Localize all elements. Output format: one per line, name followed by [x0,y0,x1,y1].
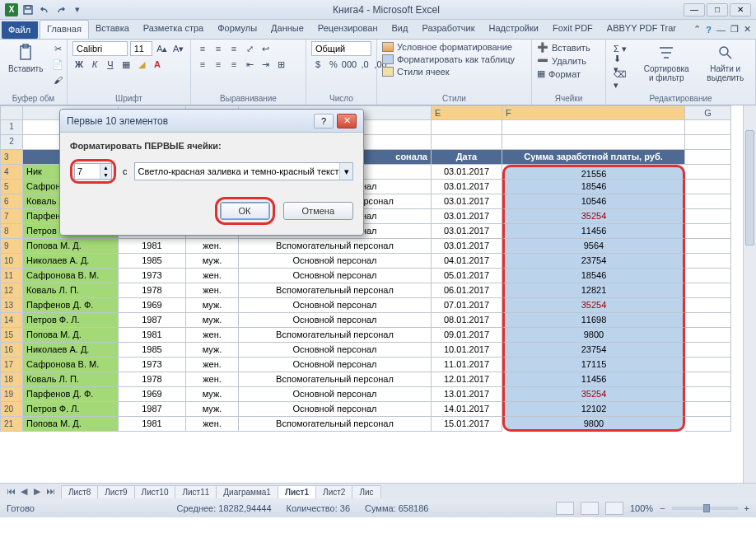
cell[interactable]: жен. [186,269,239,283]
cell[interactable] [685,402,731,417]
cell[interactable]: жен. [186,358,239,372]
sheet-prev-icon[interactable]: ◀ [18,486,30,497]
cell[interactable] [685,269,731,283]
cell[interactable]: 1985 [119,254,186,269]
cell[interactable]: 18546 [502,269,685,283]
excel-icon[interactable]: X [5,3,18,16]
cell[interactable]: 23754 [502,254,685,269]
cell[interactable]: 13.01.2017 [432,387,502,402]
cell[interactable]: 1973 [119,358,186,372]
sort-filter-button[interactable]: Сортировка и фильтр [637,41,695,87]
cell[interactable] [502,135,685,150]
zoom-slider[interactable] [672,507,738,510]
cell[interactable] [685,194,731,209]
cell[interactable]: муж. [186,402,239,417]
redo-icon[interactable] [54,3,68,16]
cell[interactable]: жен. [186,239,239,254]
cell[interactable]: 1969 [119,387,186,402]
align-top-icon[interactable]: ≡ [196,41,209,56]
row-header[interactable]: 13 [0,298,23,313]
col-header-e[interactable]: E [432,105,502,120]
cell[interactable]: 03.01.2017 [432,239,502,254]
qat-more-icon[interactable]: ▾ [71,3,84,16]
cell[interactable]: Основной персонал [239,358,432,372]
cell[interactable] [685,209,731,224]
cell[interactable]: 1978 [119,283,186,298]
conditional-format-button[interactable]: Условное форматирование [382,41,526,53]
dialog-close-icon[interactable]: ✕ [337,114,357,129]
percent-icon[interactable]: % [327,57,340,72]
cell[interactable]: 06.01.2017 [432,283,502,298]
cell[interactable]: 1981 [119,328,186,343]
sheet-tab[interactable]: Лист2 [315,485,352,498]
format-as-table-button[interactable]: Форматировать как таблицу [382,54,526,65]
row-header[interactable]: 21 [0,417,23,432]
cell[interactable] [685,387,731,402]
tab-abbyy[interactable]: ABBYY PDF Trar [600,20,684,39]
cell[interactable] [685,313,731,328]
cell[interactable]: Попова М. Д. [23,239,119,254]
sheet-next-icon[interactable]: ▶ [31,486,43,497]
cell[interactable] [685,165,731,180]
cell[interactable]: 1987 [119,313,186,328]
undo-icon[interactable] [38,3,51,16]
cell[interactable] [685,358,731,372]
cell[interactable]: Сафронова В. М. [23,269,119,283]
cell[interactable]: Вспомогательный персонал [239,283,432,298]
tab-foxit[interactable]: Foxit PDF [546,20,600,39]
cell[interactable]: 14.01.2017 [432,402,502,417]
row-header[interactable]: 12 [0,283,23,298]
cell[interactable]: 12821 [502,283,685,298]
cell[interactable]: Основной персонал [239,254,432,269]
sheet-tab[interactable]: Лис [352,485,380,498]
cell[interactable]: Коваль Л. П. [23,283,119,298]
italic-icon[interactable]: К [88,57,101,72]
cell[interactable]: Петров Ф. Л. [23,313,119,328]
font-name-select[interactable]: Calibri [72,41,128,56]
row-header[interactable]: 15 [0,328,23,343]
cell[interactable]: 1969 [119,298,186,313]
cell[interactable]: 12.01.2017 [432,372,502,387]
save-icon[interactable] [21,3,35,16]
cell[interactable]: 35254 [502,209,685,224]
row-header[interactable]: 18 [0,372,23,387]
cell[interactable]: Сафронова В. М. [23,358,119,372]
row-header[interactable]: 5 [0,180,23,194]
cell[interactable]: 03.01.2017 [432,224,502,239]
currency-icon[interactable]: $ [311,57,324,72]
row-header[interactable]: 19 [0,387,23,402]
cell[interactable] [432,135,502,150]
cell[interactable] [685,298,731,313]
cell[interactable]: муж. [186,298,239,313]
cell[interactable] [685,283,731,298]
sheet-tab[interactable]: Лист10 [134,485,176,498]
combo-dropdown-icon[interactable]: ▾ [339,163,352,180]
cell[interactable]: Основной персонал [239,343,432,358]
row-header[interactable]: 6 [0,194,23,209]
spin-up-icon[interactable]: ▲ [100,164,111,171]
clear-icon[interactable]: ⌫ ▾ [611,72,629,87]
doc-close-icon[interactable]: ✕ [744,24,751,35]
merge-icon[interactable]: ⊞ [274,57,287,72]
ok-button[interactable]: ОК [220,202,270,220]
insert-cells-button[interactable]: ➕ Вставить [537,41,600,54]
cell[interactable]: 10.01.2017 [432,343,502,358]
tab-layout[interactable]: Разметка стра [137,20,211,39]
cell[interactable]: жен. [186,328,239,343]
close-button[interactable]: ✕ [730,3,751,16]
cell[interactable]: 11698 [502,313,685,328]
cell[interactable] [685,224,731,239]
fill-color-icon[interactable]: ◢ [135,57,148,72]
row-header[interactable]: 11 [0,269,23,283]
row-header[interactable]: 7 [0,209,23,224]
cell[interactable]: Петров Ф. Л. [23,402,119,417]
cell[interactable]: 03.01.2017 [432,180,502,194]
row-header[interactable]: 14 [0,313,23,328]
cell[interactable] [685,135,731,150]
cell[interactable]: жен. [186,372,239,387]
row-header[interactable]: 2 [0,135,23,150]
sheet-tab[interactable]: Диаграмма1 [216,485,278,498]
cell[interactable]: 21556 [502,165,685,180]
cell[interactable]: Основной персонал [239,269,432,283]
cell[interactable]: 05.01.2017 [432,269,502,283]
